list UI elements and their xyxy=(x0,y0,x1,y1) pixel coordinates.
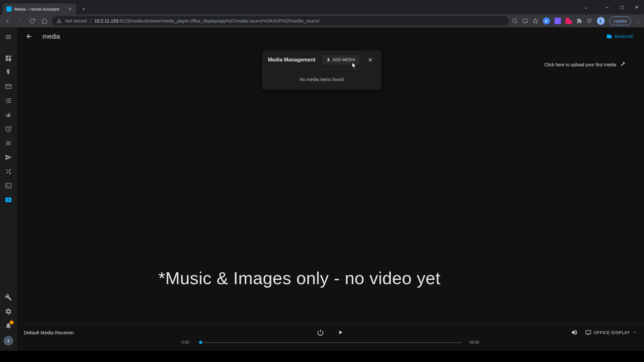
sidebar-settings-button[interactable] xyxy=(2,305,15,318)
modal-body-text: No media items found xyxy=(262,69,381,90)
install-app-icon[interactable] xyxy=(522,18,528,24)
main-body: Click here to upload your first media Me… xyxy=(17,45,644,323)
browser-toolbar: Not secure | 10.2.11.153:8123/media-brow… xyxy=(0,14,644,27)
reading-list-icon[interactable] xyxy=(587,18,592,24)
player-play-button[interactable] xyxy=(335,327,346,338)
header-back-button[interactable] xyxy=(23,31,35,42)
progress-slider[interactable] xyxy=(199,342,462,343)
browser-menu-button[interactable]: ⋮ xyxy=(636,18,641,24)
svg-rect-11 xyxy=(586,330,591,334)
page-title: media xyxy=(43,33,60,40)
sidebar-energy-button[interactable] xyxy=(2,66,15,79)
os-taskbar xyxy=(0,351,644,362)
manage-button[interactable]: MANAGE xyxy=(602,31,638,42)
reload-button[interactable] xyxy=(28,16,37,25)
sidebar-map-button[interactable] xyxy=(2,80,15,93)
window-close-button[interactable]: ✕ xyxy=(629,0,644,14)
not-secure-icon xyxy=(57,18,62,23)
media-management-modal: Media Management ADD MEDIA No media item… xyxy=(262,51,381,90)
browser-tab[interactable]: Media – Home Assistant ✕ xyxy=(3,4,76,14)
url-host: 10.2.11.153 xyxy=(94,18,118,23)
player-device-button[interactable]: OFFICE DISPLAY xyxy=(585,330,637,335)
bookmark-icon[interactable] xyxy=(533,18,538,24)
svg-line-1 xyxy=(516,22,517,23)
extension-pink-icon[interactable] xyxy=(565,18,572,24)
tab-title: Media – Home Assistant xyxy=(14,7,59,12)
update-button[interactable]: Update xyxy=(609,16,631,25)
player-now-playing: Default Media Receiver xyxy=(24,330,74,335)
address-bar[interactable]: Not secure | 10.2.11.153:8123/media-brow… xyxy=(52,16,509,26)
sidebar-user-avatar[interactable]: I xyxy=(4,336,13,346)
not-secure-label: Not secure xyxy=(65,18,87,23)
home-button[interactable] xyxy=(40,16,49,25)
url-path: :8123/media-browser/media_player.office_… xyxy=(118,18,319,23)
zoom-icon[interactable] xyxy=(512,18,518,24)
media-player-bar: Default Media Receiver OFFICE DISPLAY 0:… xyxy=(17,323,644,351)
upload-hint-text: Click here to upload your first media xyxy=(545,62,616,67)
sidebar-todo-button[interactable] xyxy=(2,137,15,150)
manage-label: MANAGE xyxy=(615,34,634,39)
upload-icon xyxy=(326,58,331,62)
sidebar-media-button[interactable] xyxy=(2,193,15,206)
time-total: 59:59 xyxy=(466,340,479,345)
window-controls: ⌄ ─ ▢ ✕ xyxy=(578,0,644,14)
new-tab-button[interactable]: + xyxy=(79,5,88,14)
window-minimize-button[interactable]: ─ xyxy=(600,0,614,14)
window-maximize-button[interactable]: ▢ xyxy=(614,0,629,14)
folder-icon xyxy=(606,33,612,39)
sidebar-history-button[interactable] xyxy=(2,108,15,121)
cast-icon xyxy=(585,330,591,335)
sidebar-hacs-button[interactable] xyxy=(2,151,15,164)
svg-point-0 xyxy=(513,19,516,23)
sidebar-logbook-button[interactable] xyxy=(2,94,15,107)
tab-close-button[interactable]: ✕ xyxy=(68,6,72,12)
extension-shield-icon[interactable] xyxy=(554,18,561,24)
chevron-down-icon xyxy=(632,330,637,335)
favicon-icon xyxy=(6,6,12,12)
nav-back-button[interactable] xyxy=(3,16,12,25)
svg-marker-3 xyxy=(533,19,538,23)
add-media-label: ADD MEDIA xyxy=(333,58,355,62)
time-elapsed: 0:00 xyxy=(182,340,194,345)
sidebar-overview-button[interactable] xyxy=(2,52,15,65)
app-sidebar: I xyxy=(0,27,17,351)
extensions-icon[interactable] xyxy=(576,18,582,24)
modal-title: Media Management xyxy=(268,57,316,63)
tab-search-button[interactable]: ⌄ xyxy=(578,0,593,14)
add-media-button[interactable]: ADD MEDIA xyxy=(322,55,359,65)
sidebar-devtools-button[interactable] xyxy=(2,291,15,304)
overlay-caption: *Music & Images only - no video yet xyxy=(158,268,440,288)
player-power-button[interactable] xyxy=(315,327,326,338)
svg-rect-2 xyxy=(523,19,527,23)
extension-blue-icon[interactable]: ▸ xyxy=(543,17,550,24)
browser-tab-strip: Media – Home Assistant ✕ + ⌄ ─ ▢ ✕ xyxy=(0,0,644,14)
nav-forward-button[interactable] xyxy=(15,16,24,25)
sidebar-menu-button[interactable] xyxy=(2,31,15,43)
sidebar-terminal-button[interactable] xyxy=(2,179,15,192)
sidebar-alarm-button[interactable] xyxy=(2,123,15,135)
upload-hint: Click here to upload your first media xyxy=(545,61,627,69)
curved-arrow-icon xyxy=(620,60,627,67)
player-volume-button[interactable] xyxy=(569,327,580,338)
app-header: media MANAGE xyxy=(17,27,644,45)
sidebar-shuffle-button[interactable] xyxy=(2,165,15,178)
profile-avatar[interactable]: L xyxy=(597,17,605,25)
modal-close-button[interactable] xyxy=(365,55,375,65)
sidebar-notifications-button[interactable] xyxy=(2,319,15,332)
device-label: OFFICE DISPLAY xyxy=(594,330,630,335)
